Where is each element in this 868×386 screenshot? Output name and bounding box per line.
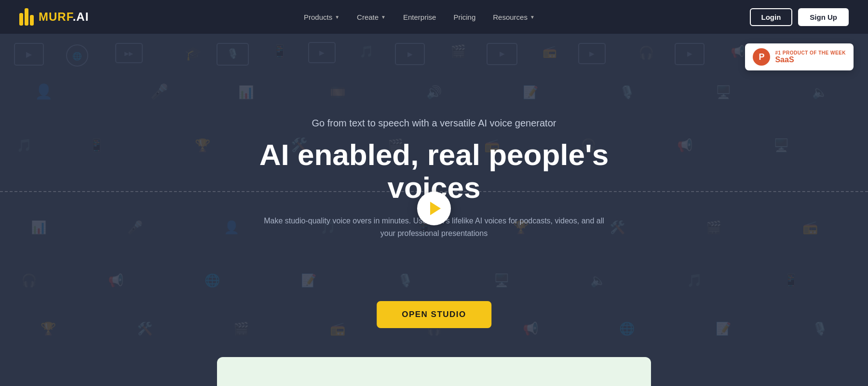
svg-text:🌐: 🌐 bbox=[72, 52, 82, 61]
nav-pricing[interactable]: Pricing bbox=[447, 9, 482, 25]
logo[interactable]: MURF.AI bbox=[19, 8, 89, 26]
nav-create[interactable]: Create ▼ bbox=[350, 9, 393, 25]
svg-text:📱: 📱 bbox=[89, 138, 105, 153]
svg-text:🏆: 🏆 bbox=[195, 138, 211, 153]
svg-text:🎵: 🎵 bbox=[16, 138, 32, 153]
svg-text:🎧: 🎧 bbox=[638, 45, 654, 60]
svg-rect-13 bbox=[395, 43, 424, 65]
producthunt-text: #1 PRODUCT OF THE WEEK SaaS bbox=[775, 50, 846, 64]
open-studio-button[interactable]: OPEN STUDIO bbox=[377, 301, 491, 328]
svg-rect-22 bbox=[675, 43, 704, 65]
svg-text:👤: 👤 bbox=[35, 83, 53, 100]
svg-text:▶: ▶ bbox=[26, 50, 32, 58]
svg-text:🎵: 🎵 bbox=[359, 44, 374, 58]
resources-chevron-icon: ▼ bbox=[530, 14, 535, 20]
svg-text:🎬: 🎬 bbox=[706, 220, 722, 235]
svg-text:🎙️: 🎙️ bbox=[227, 48, 239, 59]
svg-text:📢: 📢 bbox=[523, 321, 539, 336]
svg-text:▶: ▶ bbox=[319, 49, 325, 56]
nav-links: Products ▼ Create ▼ Enterprise Pricing R… bbox=[297, 9, 542, 25]
producthunt-badge[interactable]: P #1 PRODUCT OF THE WEEK SaaS bbox=[745, 43, 854, 70]
svg-text:🎙️: 🎙️ bbox=[619, 84, 635, 100]
nav-resources[interactable]: Resources ▼ bbox=[486, 9, 542, 25]
signup-button[interactable]: Sign Up bbox=[798, 8, 849, 26]
svg-text:▶: ▶ bbox=[589, 50, 595, 57]
svg-text:🎙️: 🎙️ bbox=[812, 321, 828, 336]
svg-text:▶: ▶ bbox=[407, 50, 413, 58]
svg-rect-0 bbox=[14, 43, 43, 65]
svg-text:📻: 📻 bbox=[802, 220, 818, 235]
hero-content: Go from text to speech with a versatile … bbox=[217, 118, 651, 264]
svg-text:🎓: 🎓 bbox=[185, 45, 202, 61]
svg-text:📝: 📝 bbox=[716, 321, 732, 336]
hero-section: ▶ 🌐 ▶▶ 🎓 🎙️ 📱 ▶ 🎵 ▶ 🎬 ▶ 📻 ▶ 🎧 ▶ 📢 bbox=[0, 0, 868, 386]
svg-text:🎧: 🎧 bbox=[21, 273, 37, 288]
svg-text:🌐: 🌐 bbox=[619, 321, 635, 336]
svg-text:🎬: 🎬 bbox=[450, 43, 466, 59]
svg-text:🏆: 🏆 bbox=[41, 321, 56, 336]
nav-enterprise[interactable]: Enterprise bbox=[396, 9, 443, 25]
svg-text:📻: 📻 bbox=[542, 44, 557, 58]
svg-text:▶▶: ▶▶ bbox=[124, 50, 134, 57]
producthunt-product-name: SaaS bbox=[775, 55, 846, 64]
svg-text:▶: ▶ bbox=[500, 50, 505, 57]
svg-text:📢: 📢 bbox=[731, 44, 745, 58]
hero-subtitle: Go from text to speech with a versatile … bbox=[217, 118, 651, 129]
svg-text:🖥️: 🖥️ bbox=[773, 138, 789, 153]
logo-icon bbox=[19, 8, 34, 26]
svg-text:🎵: 🎵 bbox=[687, 273, 703, 288]
svg-rect-10 bbox=[309, 42, 335, 63]
svg-rect-19 bbox=[579, 43, 605, 64]
products-chevron-icon: ▼ bbox=[335, 14, 339, 20]
bottom-strip bbox=[217, 357, 651, 386]
svg-rect-7 bbox=[217, 43, 248, 65]
nav-products[interactable]: Products ▼ bbox=[297, 9, 346, 25]
producthunt-top-text: #1 PRODUCT OF THE WEEK bbox=[775, 50, 846, 55]
svg-text:🛠️: 🛠️ bbox=[137, 321, 153, 336]
svg-text:📱: 📱 bbox=[783, 273, 799, 288]
navbar: MURF.AI Products ▼ Create ▼ Enterprise P… bbox=[0, 0, 868, 34]
svg-text:📊: 📊 bbox=[238, 84, 254, 100]
logo-text: MURF.AI bbox=[39, 10, 89, 24]
svg-text:🔈: 🔈 bbox=[812, 84, 828, 100]
logo-bar-2 bbox=[25, 8, 28, 26]
svg-text:📻: 📻 bbox=[330, 321, 346, 336]
svg-text:🔊: 🔊 bbox=[426, 84, 442, 100]
svg-text:📝: 📝 bbox=[523, 84, 539, 100]
create-chevron-icon: ▼ bbox=[381, 14, 386, 20]
svg-text:🖥️: 🖥️ bbox=[716, 84, 732, 100]
svg-text:📝: 📝 bbox=[301, 273, 317, 288]
producthunt-logo: P bbox=[753, 48, 770, 66]
svg-text:📢: 📢 bbox=[677, 138, 693, 153]
svg-text:🎤: 🎤 bbox=[150, 83, 169, 100]
logo-bar-3 bbox=[30, 15, 34, 26]
nav-actions: Login Sign Up bbox=[750, 8, 849, 26]
logo-bar-1 bbox=[19, 13, 23, 26]
svg-text:🔈: 🔈 bbox=[590, 273, 606, 288]
svg-text:🖥️: 🖥️ bbox=[494, 273, 510, 288]
svg-text:🎬: 🎬 bbox=[233, 321, 249, 336]
svg-rect-16 bbox=[487, 43, 517, 65]
svg-point-2 bbox=[67, 45, 88, 66]
play-icon bbox=[430, 202, 441, 215]
svg-text:🎞️: 🎞️ bbox=[330, 84, 346, 100]
login-button[interactable]: Login bbox=[750, 8, 793, 26]
svg-text:🌐: 🌐 bbox=[204, 273, 220, 288]
play-button-wrapper bbox=[417, 192, 451, 225]
svg-text:📊: 📊 bbox=[31, 220, 47, 235]
cta-area: OPEN STUDIO bbox=[377, 301, 491, 328]
svg-text:📱: 📱 bbox=[272, 43, 288, 59]
svg-text:🎙️: 🎙️ bbox=[397, 273, 413, 288]
svg-text:🎤: 🎤 bbox=[127, 220, 143, 235]
svg-rect-4 bbox=[116, 43, 142, 63]
svg-text:📢: 📢 bbox=[108, 273, 124, 288]
svg-text:▶: ▶ bbox=[687, 50, 692, 57]
play-button[interactable] bbox=[417, 192, 451, 225]
